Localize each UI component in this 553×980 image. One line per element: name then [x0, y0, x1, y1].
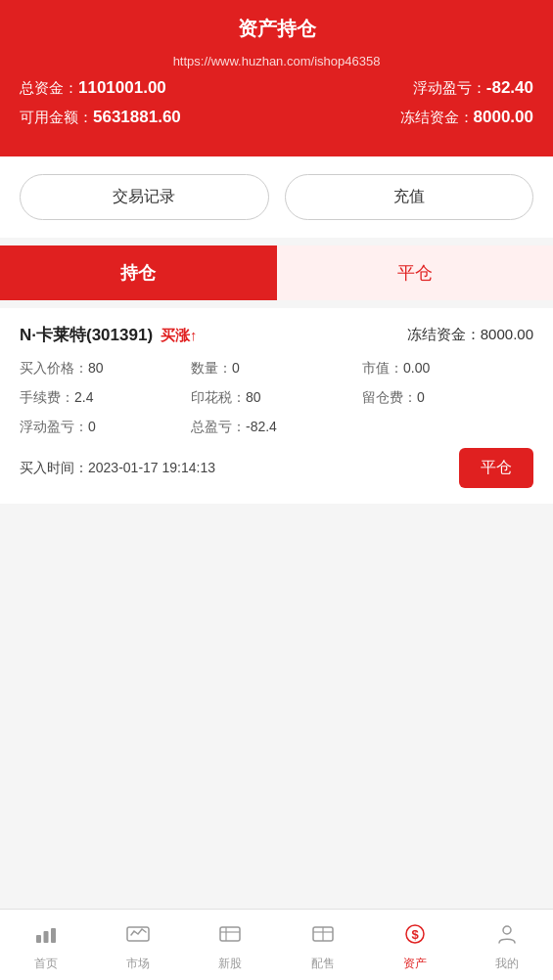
market-value-value: 0.00: [403, 360, 430, 376]
market-value-label: 市值：: [362, 360, 403, 376]
svg-rect-0: [36, 935, 41, 943]
mine-icon: [494, 921, 520, 953]
buy-time-label: 买入时间：: [20, 460, 88, 475]
bottom-nav: 首页 市场 新股 配售: [0, 909, 553, 980]
position-card: N·卡莱特(301391)买涨↑ 冻结资金：8000.00 买入价格：80 数量…: [0, 308, 553, 504]
nav-item-assets[interactable]: $ 资产: [369, 917, 461, 976]
home-icon: [33, 921, 59, 953]
allot-icon: [310, 921, 336, 953]
tab-row: 持仓 平仓: [0, 245, 553, 300]
close-position-button[interactable]: 平仓: [459, 448, 533, 488]
nav-item-ipo[interactable]: 新股: [184, 917, 276, 976]
header-banner: 资产持仓 https://www.huzhan.com/ishop46358 总…: [0, 0, 553, 156]
storage-fee-value: 0: [417, 389, 425, 405]
watermark: https://www.huzhan.com/ishop46358: [20, 54, 533, 68]
svg-text:$: $: [411, 927, 419, 942]
position-direction-tag: 买涨↑: [161, 327, 198, 343]
tab-hold[interactable]: 持仓: [0, 245, 277, 300]
total-pnl-value: -82.4: [246, 419, 277, 434]
header-row-2: 可用金额：5631881.60 冻结资金：8000.00: [20, 108, 533, 127]
available-value: 5631881.60: [93, 108, 181, 126]
quantity-value: 0: [232, 360, 240, 376]
nav-label-mine: 我的: [495, 956, 519, 972]
field-market-value: 市值：0.00: [362, 360, 533, 378]
field-stamp-tax: 印花税：80: [191, 389, 362, 407]
nav-label-ipo: 新股: [218, 956, 242, 972]
nav-label-market: 市场: [126, 956, 150, 972]
fee-value: 2.4: [74, 389, 93, 405]
total-pnl-label: 总盈亏：: [191, 419, 246, 434]
position-frozen-value: 8000.00: [481, 326, 533, 342]
frozen-value: 8000.00: [474, 108, 533, 126]
field-total-pnl: 总盈亏：-82.4: [191, 419, 362, 436]
buy-price-label: 买入价格：: [20, 360, 88, 376]
ipo-icon: [217, 921, 243, 953]
buy-price-value: 80: [88, 360, 104, 376]
recharge-button[interactable]: 充值: [285, 174, 534, 220]
nav-item-market[interactable]: 市场: [92, 917, 184, 976]
total-assets-value: 1101001.00: [78, 78, 166, 97]
float-pnl-label: 浮动盈亏：: [413, 79, 486, 96]
svg-rect-2: [51, 928, 56, 943]
total-assets: 总资金：1101001.00: [20, 78, 166, 98]
trade-record-button[interactable]: 交易记录: [20, 174, 269, 220]
float-pnl-field-value: 0: [88, 419, 96, 434]
float-pnl: 浮动盈亏：-82.40: [413, 78, 533, 98]
position-frozen-amount: 冻结资金：8000.00: [407, 326, 533, 344]
field-storage-fee: 留仓费：0: [362, 389, 533, 407]
fee-label: 手续费：: [20, 389, 74, 405]
nav-item-allot[interactable]: 配售: [277, 917, 369, 976]
position-frozen-label: 冻结资金：: [407, 326, 481, 342]
position-name-group: N·卡莱特(301391)买涨↑: [20, 324, 198, 346]
market-icon: [125, 921, 151, 953]
nav-item-mine[interactable]: 我的: [461, 917, 553, 976]
field-buy-price: 买入价格：80: [20, 360, 191, 378]
page-title: 资产持仓: [20, 16, 533, 42]
available-amount: 可用金额：5631881.60: [20, 108, 181, 127]
nav-label-allot: 配售: [311, 956, 335, 972]
total-assets-label: 总资金：: [20, 79, 78, 96]
field-fee: 手续费：2.4: [20, 389, 191, 407]
buy-time-value: 2023-01-17 19:14:13: [88, 460, 215, 475]
nav-label-assets: 资产: [403, 956, 427, 972]
svg-rect-1: [44, 931, 49, 943]
action-buttons-row: 交易记录 充值: [0, 156, 553, 238]
empty-space: [0, 512, 553, 805]
stamp-tax-value: 80: [246, 389, 261, 405]
field-quantity: 数量：0: [191, 360, 362, 378]
quantity-label: 数量：: [191, 360, 232, 376]
float-pnl-field-label: 浮动盈亏：: [20, 419, 88, 434]
available-label: 可用金额：: [20, 109, 93, 125]
field-float-pnl: 浮动盈亏：0: [20, 419, 191, 436]
position-buy-time: 买入时间：2023-01-17 19:14:13: [20, 460, 215, 477]
frozen-label: 冻结资金：: [400, 109, 474, 125]
tab-close[interactable]: 平仓: [277, 245, 554, 300]
assets-icon: $: [402, 921, 428, 953]
stamp-tax-label: 印花税：: [191, 389, 246, 405]
header-row-1: 总资金：1101001.00 浮动盈亏：-82.40: [20, 78, 533, 98]
position-time-row: 买入时间：2023-01-17 19:14:13 平仓: [20, 448, 533, 488]
svg-point-12: [503, 926, 511, 934]
position-fields-grid: 买入价格：80 数量：0 市值：0.00 手续费：2.4 印花税：80 留仓费：…: [20, 360, 533, 436]
nav-item-home[interactable]: 首页: [0, 917, 92, 976]
frozen-funds: 冻结资金：8000.00: [400, 108, 533, 127]
position-stock-name: N·卡莱特(301391): [20, 326, 153, 344]
nav-label-home: 首页: [34, 956, 58, 972]
svg-rect-4: [220, 927, 240, 941]
position-header: N·卡莱特(301391)买涨↑ 冻结资金：8000.00: [20, 324, 533, 346]
storage-fee-label: 留仓费：: [362, 389, 417, 405]
float-pnl-value: -82.40: [486, 78, 533, 97]
